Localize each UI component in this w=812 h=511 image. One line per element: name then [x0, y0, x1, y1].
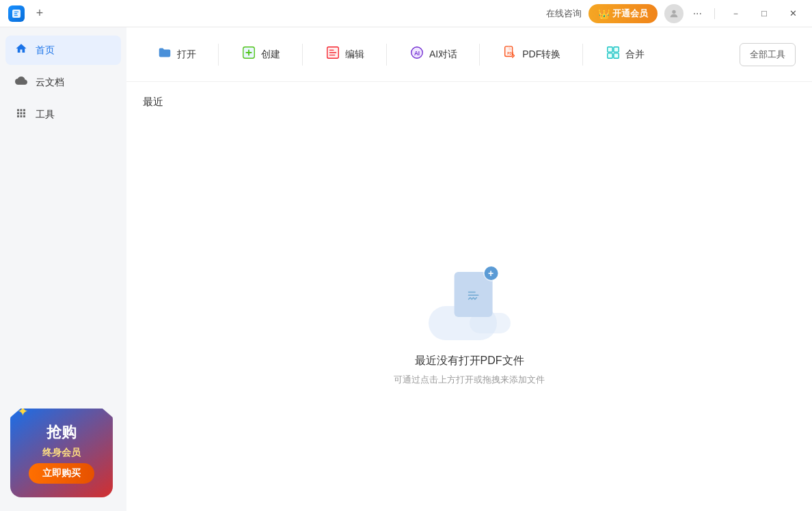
sidebar-item-home-label: 首页: [36, 44, 55, 57]
sidebar-item-cloud[interactable]: 云文档: [5, 68, 121, 97]
merge-icon: [605, 45, 621, 64]
empty-main-text: 最近没有打开PDF文件: [415, 354, 524, 368]
create-icon: [241, 45, 257, 64]
main-layout: 首页 云文档 工具: [0, 27, 812, 511]
recent-section: 最近 + 最近没有打开PDF文件 可通过点击上方打开或拖拽来添加文件: [126, 82, 812, 511]
toolbar-divider-2: [302, 44, 303, 66]
tools-icon: [14, 107, 29, 122]
tool-merge[interactable]: 合并: [591, 38, 658, 70]
svg-point-1: [672, 10, 675, 13]
avatar-button[interactable]: [664, 4, 684, 23]
vip-label: 开通会员: [612, 8, 648, 20]
tool-merge-label: 合并: [625, 49, 645, 61]
sidebar-item-tools[interactable]: 工具: [5, 100, 121, 129]
empty-pdf-file-icon: +: [454, 272, 492, 317]
more-button[interactable]: ···: [690, 5, 705, 23]
cloud-icon: [14, 74, 29, 90]
svg-rect-10: [608, 53, 612, 58]
close-button[interactable]: ✕: [782, 4, 804, 23]
tool-create[interactable]: 创建: [227, 38, 294, 70]
titlebar-right: 在线咨询 👑 开通会员 ··· － □ ✕: [546, 4, 804, 23]
tool-pdf[interactable]: PDF PDF转换: [488, 38, 574, 70]
svg-rect-8: [608, 47, 612, 52]
plus-badge: +: [484, 266, 498, 280]
tool-open-label: 打开: [177, 49, 196, 61]
toolbar-divider-3: [386, 44, 387, 66]
sidebar-item-home[interactable]: 首页: [5, 36, 121, 65]
pdf-icon: PDF: [502, 45, 518, 64]
titlebar: + 在线咨询 👑 开通会员 ··· － □ ✕: [0, 0, 812, 27]
promo-grabbing-text: 抢购: [46, 422, 77, 443]
maximize-button[interactable]: □: [753, 4, 775, 23]
vip-button[interactable]: 👑 开通会员: [588, 4, 658, 23]
promo-buy-button[interactable]: 立即购买: [29, 463, 94, 484]
minimize-button[interactable]: －: [725, 4, 746, 23]
titlebar-separator: [714, 8, 715, 19]
sidebar-item-tools-label: 工具: [36, 109, 55, 121]
promo-banner[interactable]: ✦ 抢购 终身会员 立即购买: [10, 409, 113, 497]
main-toolbar: 打开 创建 编辑: [126, 27, 812, 82]
edit-icon: [325, 45, 341, 64]
sidebar-item-cloud-label: 云文档: [36, 77, 64, 89]
home-icon: [14, 42, 29, 58]
tool-ai[interactable]: AI AI对话: [395, 38, 471, 70]
empty-sub-text: 可通过点击上方打开或拖拽来添加文件: [394, 374, 545, 386]
toolbar-divider-4: [479, 44, 480, 66]
toolbar-divider-5: [582, 44, 583, 66]
promo-content: 抢购 终身会员 立即购买: [29, 422, 94, 484]
tool-open[interactable]: 打开: [143, 38, 210, 70]
crown-icon: 👑: [598, 8, 610, 19]
new-tab-button[interactable]: +: [30, 4, 49, 23]
online-consult-link[interactable]: 在线咨询: [546, 8, 582, 20]
tool-edit[interactable]: 编辑: [311, 38, 378, 70]
ai-icon: AI: [409, 45, 425, 64]
all-tools-button[interactable]: 全部工具: [740, 43, 796, 66]
recent-title: 最近: [143, 96, 163, 109]
svg-rect-9: [614, 47, 619, 52]
empty-state: + 最近没有打开PDF文件 可通过点击上方打开或拖拽来添加文件: [143, 161, 796, 497]
app-logo: [8, 5, 25, 22]
titlebar-left: +: [8, 4, 49, 23]
tool-ai-label: AI对话: [429, 49, 457, 61]
svg-text:AI: AI: [414, 51, 420, 57]
toolbar-divider-1: [218, 44, 219, 66]
open-folder-icon: [157, 45, 173, 64]
content-area: 打开 创建 编辑: [126, 27, 812, 511]
tool-create-label: 创建: [261, 49, 280, 61]
promo-sub-text: 终身会员: [42, 447, 81, 459]
svg-rect-11: [614, 53, 619, 58]
tool-pdf-label: PDF转换: [522, 49, 560, 61]
tool-edit-label: 编辑: [345, 49, 364, 61]
empty-illustration: +: [429, 272, 511, 340]
